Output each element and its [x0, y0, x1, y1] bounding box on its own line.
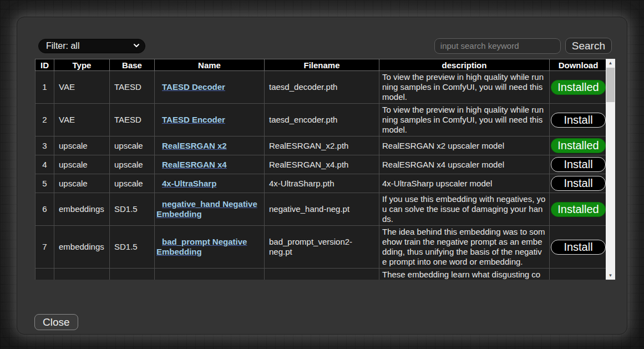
- model-name-link[interactable]: negative_hand Negative Embedding: [156, 199, 257, 219]
- download-button[interactable]: Installed: [551, 138, 606, 153]
- cell-download: Install: [550, 226, 606, 269]
- model-manager-dialog: Filter: all Search ID Type Base Name: [17, 17, 627, 335]
- header-row: ID Type Base Name Filename description D…: [36, 59, 606, 71]
- cell-description: To view the preview in high quality whil…: [379, 104, 550, 136]
- download-button[interactable]: Installed: [551, 80, 606, 95]
- cell-download: [550, 269, 606, 280]
- cell-filename: taesd_decoder.pth: [265, 71, 379, 104]
- cell-id: [36, 269, 54, 280]
- filter-select[interactable]: Filter: all: [38, 39, 145, 53]
- scroll-up-button[interactable]: ▲: [606, 59, 615, 67]
- cell-download: Installed: [550, 136, 606, 155]
- column-header-base: Base: [110, 59, 155, 71]
- cell-type: upscale: [54, 136, 110, 155]
- cell-name: negative_hand Negative Embedding: [155, 193, 265, 226]
- cell-name: RealESRGAN x2: [155, 136, 265, 155]
- cell-download: Install: [550, 155, 606, 174]
- cell-base: SD1.5: [110, 193, 155, 226]
- cell-name: RealESRGAN x4: [155, 155, 265, 174]
- cell-id: 7: [36, 226, 54, 269]
- model-name-link[interactable]: TAESD Encoder: [162, 115, 225, 124]
- table-row: 4 upscale upscale RealESRGAN x4 RealESRG…: [36, 155, 606, 174]
- cell-filename: bad_prompt_version2-neg.pt: [265, 226, 379, 269]
- cell-filename: [265, 269, 379, 280]
- download-button[interactable]: Install: [551, 240, 606, 255]
- table-row: 5 upscale upscale 4x-UltraSharp 4x-Ultra…: [36, 174, 606, 193]
- column-header-type: Type: [54, 59, 110, 71]
- column-header-id: ID: [36, 59, 54, 71]
- cell-description: The idea behind this embedding was to so…: [379, 226, 550, 269]
- cell-download: Installed: [550, 71, 606, 104]
- model-name-link[interactable]: TAESD Decoder: [162, 82, 225, 92]
- cell-description: RealESRGAN x4 upscaler model: [379, 155, 550, 174]
- cell-name: TAESD Decoder: [155, 71, 265, 104]
- model-table-container: ID Type Base Name Filename description D…: [35, 59, 615, 280]
- download-button[interactable]: Install: [551, 113, 606, 128]
- close-button[interactable]: Close: [34, 314, 78, 330]
- table-row: 6 embeddings SD1.5 negative_hand Negativ…: [36, 193, 606, 226]
- cell-type: [54, 269, 110, 280]
- toolbar: Filter: all Search: [38, 38, 612, 54]
- footer: Close: [34, 314, 627, 330]
- table-row-partial: These embedding learn what disgusting co…: [36, 269, 606, 280]
- cell-name: [155, 269, 265, 280]
- cell-download: Install: [550, 174, 606, 193]
- table-row: 7 embeddings SD1.5 bad_prompt Negative E…: [36, 226, 606, 269]
- cell-description: These embedding learn what disgusting co…: [379, 269, 550, 280]
- column-header-download: Download: [550, 59, 606, 71]
- model-table: ID Type Base Name Filename description D…: [35, 59, 606, 280]
- table-row: 3 upscale upscale RealESRGAN x2 RealESRG…: [36, 136, 606, 155]
- cell-base: TAESD: [110, 71, 155, 104]
- scrollbar[interactable]: ▲ ▼: [606, 59, 615, 280]
- column-header-description: description: [379, 59, 550, 71]
- cell-name: 4x-UltraSharp: [155, 174, 265, 193]
- filter-select-wrap: Filter: all: [38, 39, 145, 53]
- cell-base: [110, 269, 155, 280]
- download-button[interactable]: Install: [551, 176, 606, 191]
- scroll-down-button[interactable]: ▼: [606, 271, 615, 280]
- cell-id: 1: [36, 71, 54, 104]
- scrollbar-thumb[interactable]: [606, 68, 615, 102]
- cell-description: RealESRGAN x2 upscaler model: [379, 136, 550, 155]
- cell-description: To view the preview in high quality whil…: [379, 71, 550, 104]
- cell-base: upscale: [110, 155, 155, 174]
- cell-download: Installed: [550, 193, 606, 226]
- cell-type: upscale: [54, 155, 110, 174]
- model-name-link[interactable]: 4x-UltraSharp: [162, 179, 216, 188]
- cell-filename: RealESRGAN_x2.pth: [265, 136, 379, 155]
- column-header-name: Name: [155, 59, 265, 71]
- cell-download: Install: [550, 104, 606, 136]
- cell-type: VAE: [54, 104, 110, 136]
- cell-filename: negative_hand-neg.pt: [265, 193, 379, 226]
- model-name-link[interactable]: bad_prompt Negative Embedding: [156, 237, 247, 256]
- cell-filename: RealESRGAN_x4.pth: [265, 155, 379, 174]
- cell-name: bad_prompt Negative Embedding: [155, 226, 265, 269]
- cell-base: TAESD: [110, 104, 155, 136]
- cell-id: 4: [36, 155, 54, 174]
- cell-filename: taesd_encoder.pth: [265, 104, 379, 136]
- table-clip: ID Type Base Name Filename description D…: [35, 59, 606, 280]
- cell-type: embeddings: [54, 226, 110, 269]
- cell-base: upscale: [110, 174, 155, 193]
- download-button[interactable]: Install: [551, 157, 606, 172]
- cell-id: 2: [36, 104, 54, 136]
- cell-id: 3: [36, 136, 54, 155]
- model-name-link[interactable]: RealESRGAN x4: [162, 160, 227, 169]
- cell-name: TAESD Encoder: [155, 104, 265, 136]
- cell-description: 4x-UltraSharp upscaler model: [379, 174, 550, 193]
- table-row: 1 VAE TAESD TAESD Decoder taesd_decoder.…: [36, 71, 606, 104]
- table-row: 2 VAE TAESD TAESD Encoder taesd_encoder.…: [36, 104, 606, 136]
- cell-base: SD1.5: [110, 226, 155, 269]
- cell-id: 5: [36, 174, 54, 193]
- search-input[interactable]: [434, 38, 561, 54]
- cell-id: 6: [36, 193, 54, 226]
- cell-type: VAE: [54, 71, 110, 104]
- model-name-link[interactable]: RealESRGAN x2: [162, 141, 227, 150]
- cell-type: embeddings: [54, 193, 110, 226]
- column-header-filename: Filename: [265, 59, 379, 71]
- cell-description: If you use this embedding with negatives…: [379, 193, 550, 226]
- cell-filename: 4x-UltraSharp.pth: [265, 174, 379, 193]
- download-button[interactable]: Installed: [551, 202, 606, 217]
- cell-type: upscale: [54, 174, 110, 193]
- search-button[interactable]: Search: [565, 38, 612, 54]
